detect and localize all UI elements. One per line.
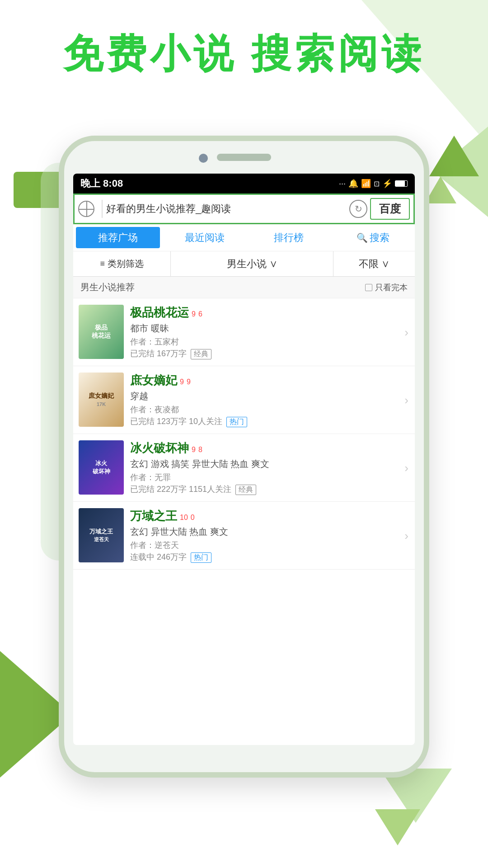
book-cover-1: 极品桃花运 bbox=[79, 305, 124, 359]
book-tags-4: 玄幻 异世大陆 热血 爽文 bbox=[130, 526, 409, 538]
book-tags-3: 玄幻 游戏 搞笑 异世大陆 热血 爽文 bbox=[130, 458, 409, 470]
book-rating-main-2: 9 bbox=[180, 378, 184, 386]
book-list: 极品桃花运 极品桃花运 96 都市 暖昧 作者：五家村 已完结 167万字 经典 bbox=[73, 298, 415, 570]
status-icons: ··· 🔔 📶 ⊡ ⚡ bbox=[339, 179, 408, 189]
book-author-2: 作者：夜凌都 bbox=[130, 404, 409, 415]
book-meta-1: 已完结 167万字 经典 bbox=[130, 348, 409, 359]
book-title-row-2: 庶女嫡妃 99 bbox=[130, 373, 409, 388]
book-title-1: 极品桃花运 bbox=[130, 305, 189, 321]
status-bar: 晚上 8:08 ··· 🔔 📶 ⊡ ⚡ bbox=[73, 174, 415, 193]
only-complete-checkbox[interactable] bbox=[365, 284, 372, 291]
battery-icon bbox=[395, 180, 408, 187]
lightning-icon: ⚡ bbox=[382, 179, 392, 189]
book-info-4: 万域之王 100 玄幻 异世大陆 热血 爽文 作者：逆苍天 连载中 246万字 … bbox=[130, 508, 409, 563]
filter-limit[interactable]: 不限 ∨ bbox=[333, 251, 415, 276]
list-item[interactable]: 冰火破坏神 冰火破坏神 98 玄幻 游戏 搞笑 异世大陆 热血 爽文 作者：无罪… bbox=[73, 434, 415, 502]
bell-icon: 🔔 bbox=[348, 179, 358, 189]
cover-1-text: 极品桃花运 bbox=[92, 324, 111, 340]
screen-icon: ⊡ bbox=[374, 179, 380, 188]
book-title-4: 万域之王 bbox=[130, 508, 177, 524]
filter-menu-icon: ≡ bbox=[100, 259, 105, 269]
filter-type-label: 男生小说 ∨ bbox=[227, 257, 277, 271]
book-badge-1: 经典 bbox=[191, 349, 211, 359]
book-info-3: 冰火破坏神 98 玄幻 游戏 搞笑 异世大陆 热血 爽文 作者：无罪 已完结 2… bbox=[130, 440, 409, 495]
phone-button-right bbox=[425, 231, 429, 272]
book-author-3: 作者：无罪 bbox=[130, 472, 409, 483]
bg-triangle-green2 bbox=[425, 176, 456, 203]
nav-tabs: 推荐广场 最近阅读 排行榜 🔍 搜索 bbox=[73, 224, 415, 251]
filter-bar: ≡ 类别筛选 男生小说 ∨ 不限 ∨ bbox=[73, 251, 415, 277]
book-meta-3: 已完结 222万字 1151人关注 经典 bbox=[130, 484, 409, 495]
tab-recent-label: 最近阅读 bbox=[185, 231, 225, 245]
tab-recommend-label: 推荐广场 bbox=[98, 231, 138, 245]
phone-speaker bbox=[217, 154, 271, 161]
chevron-right-icon-2: › bbox=[404, 393, 408, 407]
status-time: 晚上 8:08 bbox=[80, 177, 123, 190]
list-item[interactable]: 庶女嫡妃17K 庶女嫡妃 99 穿越 作者：夜凌都 已完结 123万字 10人关… bbox=[73, 366, 415, 434]
phone-mockup: 晚上 8:08 ··· 🔔 📶 ⊡ ⚡ 好看的男生小说推荐_趣阅读 ↻ bbox=[59, 136, 429, 778]
book-author-1: 作者：五家村 bbox=[130, 336, 409, 347]
wifi-icon: 📶 bbox=[361, 179, 371, 189]
tab-ranking-label: 排行榜 bbox=[274, 231, 304, 245]
tab-recent[interactable]: 最近阅读 bbox=[163, 224, 247, 251]
list-item[interactable]: 极品桃花运 极品桃花运 96 都市 暖昧 作者：五家村 已完结 167万字 经典 bbox=[73, 298, 415, 366]
book-tags-1: 都市 暖昧 bbox=[130, 322, 409, 335]
baidu-search-button[interactable]: 百度 bbox=[370, 198, 410, 220]
chevron-right-icon-1: › bbox=[404, 325, 408, 339]
chevron-right-icon-3: › bbox=[404, 461, 408, 475]
book-badge-2: 热门 bbox=[226, 417, 247, 427]
book-rating-sup-3: 8 bbox=[198, 446, 202, 454]
book-badge-3: 经典 bbox=[235, 485, 256, 495]
book-rating-main-1: 9 bbox=[192, 310, 196, 318]
tab-search[interactable]: 🔍 搜索 bbox=[331, 224, 415, 251]
book-title-3: 冰火破坏神 bbox=[130, 440, 189, 456]
header-title: 免费小说 搜索阅读 bbox=[0, 27, 488, 81]
filter-category[interactable]: ≡ 类别筛选 bbox=[73, 251, 171, 276]
bg-triangle-green bbox=[429, 136, 479, 176]
book-rating-main-3: 9 bbox=[192, 446, 196, 454]
search-divider bbox=[102, 200, 103, 218]
phone-camera bbox=[199, 154, 208, 163]
search-query-text[interactable]: 好看的男生小说推荐_趣阅读 bbox=[106, 202, 347, 216]
book-meta-2: 已完结 123万字 10人关注 热门 bbox=[130, 416, 409, 427]
list-item[interactable]: 万域之王逆苍天 万域之王 100 玄幻 异世大陆 热血 爽文 作者：逆苍天 连载… bbox=[73, 502, 415, 570]
search-bar[interactable]: 好看的男生小说推荐_趣阅读 ↻ 百度 bbox=[73, 193, 415, 224]
book-title-row-4: 万域之王 100 bbox=[130, 508, 409, 524]
cover-2-text: 庶女嫡妃17K bbox=[89, 392, 114, 407]
tab-recommend[interactable]: 推荐广场 bbox=[76, 227, 160, 248]
cover-3-text: 冰火破坏神 bbox=[93, 459, 110, 476]
book-rating-sup-2: 9 bbox=[187, 378, 191, 386]
book-rating-sup-1: 6 bbox=[198, 310, 202, 318]
book-title-row-1: 极品桃花运 96 bbox=[130, 305, 409, 321]
globe-icon bbox=[78, 201, 94, 217]
tab-search-label: 搜索 bbox=[370, 231, 389, 245]
section-header: 男生小说推荐 只看完本 bbox=[73, 277, 415, 298]
book-rating-main-4: 10 bbox=[180, 514, 188, 522]
filter-limit-label: 不限 ∨ bbox=[359, 257, 389, 271]
book-tags-2: 穿越 bbox=[130, 390, 409, 402]
book-title-row-3: 冰火破坏神 98 bbox=[130, 440, 409, 456]
phone-outer: 晚上 8:08 ··· 🔔 📶 ⊡ ⚡ 好看的男生小说推荐_趣阅读 ↻ bbox=[59, 136, 429, 778]
section-title: 男生小说推荐 bbox=[80, 281, 135, 293]
book-author-4: 作者：逆苍天 bbox=[130, 540, 409, 551]
section-filter[interactable]: 只看完本 bbox=[365, 282, 408, 293]
cover-4-text: 万域之王逆苍天 bbox=[89, 528, 113, 543]
book-cover-3: 冰火破坏神 bbox=[79, 440, 124, 495]
chevron-right-icon-4: › bbox=[404, 528, 408, 542]
book-cover-4: 万域之王逆苍天 bbox=[79, 508, 124, 562]
book-meta-4: 连载中 246万字 热门 bbox=[130, 552, 409, 563]
filter-type[interactable]: 男生小说 ∨ bbox=[171, 251, 333, 276]
phone-screen: 晚上 8:08 ··· 🔔 📶 ⊡ ⚡ 好看的男生小说推荐_趣阅读 ↻ bbox=[73, 174, 415, 745]
refresh-icon[interactable]: ↻ bbox=[349, 200, 367, 218]
book-title-2: 庶女嫡妃 bbox=[130, 373, 177, 388]
header-title-text: 免费小说 搜索阅读 bbox=[63, 31, 425, 76]
book-cover-2: 庶女嫡妃17K bbox=[79, 373, 124, 427]
book-badge-4: 热门 bbox=[191, 552, 211, 563]
filter-category-label: 类别筛选 bbox=[108, 258, 144, 270]
book-info-1: 极品桃花运 96 都市 暖昧 作者：五家村 已完结 167万字 经典 bbox=[130, 305, 409, 359]
only-complete-label: 只看完本 bbox=[375, 282, 408, 293]
bg-triangle-bottom-right2 bbox=[375, 809, 420, 845]
tab-ranking[interactable]: 排行榜 bbox=[247, 224, 331, 251]
phone-button-left bbox=[59, 231, 63, 259]
book-rating-sup-4: 0 bbox=[191, 514, 195, 522]
